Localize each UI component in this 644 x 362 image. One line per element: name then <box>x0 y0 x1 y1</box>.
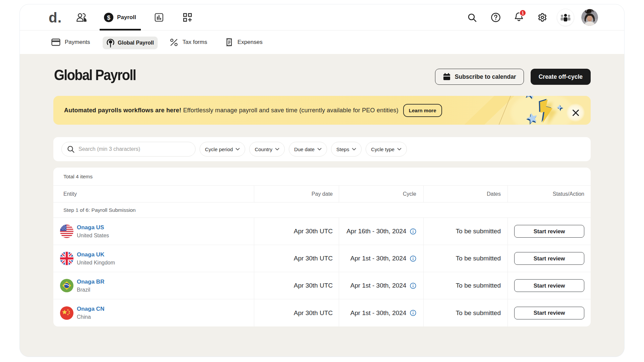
svg-text:$: $ <box>107 14 110 21</box>
